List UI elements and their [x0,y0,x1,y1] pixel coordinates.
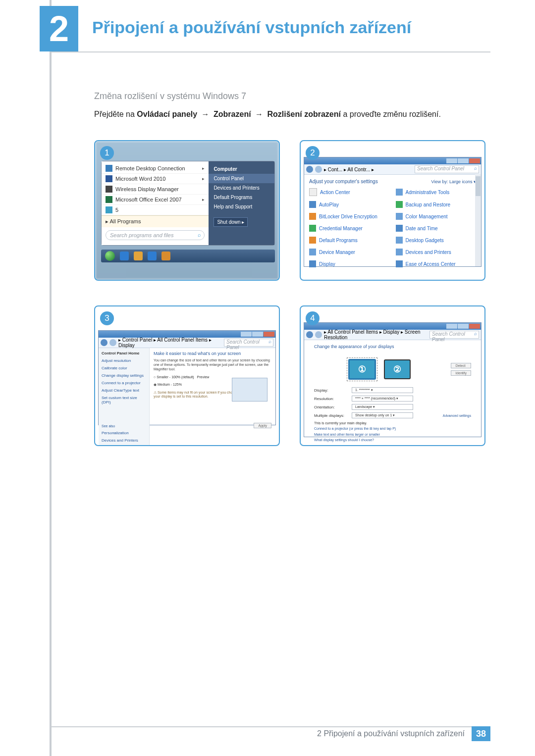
start-item-label: Microsoft Word 2010 [115,176,165,182]
close-button[interactable] [469,324,480,329]
taskbar-app-icon[interactable] [148,252,157,260]
apply-row: Apply [154,423,271,428]
breadcrumb[interactable]: ▸ Cont... ▸ All Contr... ▸ [324,167,413,172]
gadgets-icon [396,237,403,244]
address-bar: ▸ Control Panel ▸ All Control Panel Item… [99,338,275,348]
cp-item-label: Date and Time [406,226,438,231]
orientation-select[interactable]: Landscape ▾ [352,404,413,410]
start-item[interactable]: Wireless Display Manager [102,184,209,195]
start-orb-icon[interactable] [105,251,115,261]
screenshot-3: 3 ▸ Control Panel ▸ All Control Panel It… [94,305,280,446]
option-label: Smaller - 100% (default) [157,375,194,379]
cp-item-label: Default Programs [319,238,358,243]
backup-icon [396,201,403,208]
breadcrumb[interactable]: ▸ All Control Panel Items ▸ Display ▸ Sc… [324,329,428,340]
close-button[interactable] [469,158,480,163]
cp-item[interactable]: Credential Manager [309,225,390,232]
forward-arrow-icon[interactable] [315,166,322,173]
page-number: 38 [472,726,490,741]
minimize-button[interactable] [446,158,457,163]
chapter-title: Připojení a používání vstupních zařízení [78,6,411,37]
sr-heading: Change the appearance of your displays [314,344,471,349]
cp-item[interactable]: Backup and Restore [396,201,477,208]
sidebar-link[interactable]: Calibrate color [102,366,146,370]
close-button[interactable] [264,332,274,337]
taskbar-app-icon[interactable] [120,252,129,260]
start-right-item[interactable]: Default Programs [209,193,274,202]
projector-link[interactable]: Connect to a projector (or press the ⊞ k… [314,427,471,431]
forward-arrow-icon[interactable] [109,339,116,346]
cp-item[interactable]: BitLocker Drive Encryption [309,213,390,220]
monitor-2-icon[interactable]: ② [384,359,411,379]
help-link[interactable]: What display settings should I choose? [314,438,471,442]
sidebar-link[interactable]: Connect to a projector [102,381,146,385]
text-size-link[interactable]: Make text and other items larger or smal… [314,433,471,436]
search-input[interactable]: Search Control Panel [224,339,273,347]
tools-icon [396,189,403,196]
cp-item[interactable]: Administrative Tools [396,188,477,196]
minimize-button[interactable] [241,332,252,337]
display-select[interactable]: 1. ******** ▾ [352,387,413,393]
maximize-button[interactable] [252,332,263,337]
cp-item[interactable]: Desktop Gadgets [396,237,477,244]
cp-item[interactable]: AutoPlay [309,201,390,208]
chapter-header: 2 Připojení a používání vstupních zaříze… [0,0,535,51]
search-input[interactable]: Search Control Panel [415,165,479,173]
cp-item[interactable]: Device Manager [309,249,390,255]
start-right-head[interactable]: Computer [209,164,274,174]
sidebar-link[interactable]: Set custom text size (DPI) [102,396,146,404]
back-arrow-icon[interactable] [306,166,313,173]
search-input[interactable]: Search Control Panel [429,331,479,339]
forward-arrow-icon[interactable] [315,331,322,338]
back-arrow-icon[interactable] [101,339,107,346]
section-heading: Změna rozlišení v systému Windows 7 [94,91,485,101]
cp-item[interactable]: Color Management [396,213,477,220]
start-pinned[interactable]: 5 [102,205,209,215]
start-item[interactable]: Microsoft Office Excel 2007▸ [102,195,209,205]
maximize-button[interactable] [458,158,469,163]
display-main: Make it easier to read what's on your sc… [150,348,275,446]
start-item-label: Remote Desktop Connection [115,165,185,171]
cp-item[interactable]: Display [309,260,390,267]
advanced-settings-link[interactable]: Advanced settings [443,414,471,417]
detect-button[interactable]: Detect [451,363,471,368]
address-bar: ▸ All Control Panel Items ▸ Display ▸ Sc… [304,330,481,340]
cp-item[interactable]: Action Center [309,188,390,196]
start-right-item[interactable]: Control Panel [209,174,274,183]
sidebar-link[interactable]: Personalization [102,431,146,435]
sidebar-link[interactable]: Devices and Printers [102,438,146,443]
sidebar-link[interactable]: Adjust resolution [102,358,146,363]
identify-button[interactable]: Identify [451,370,471,376]
minimize-button[interactable] [446,324,457,329]
maximize-button[interactable] [458,324,469,329]
taskbar-app-icon[interactable] [134,252,143,260]
gutter-line [50,0,52,756]
breadcrumb[interactable]: ▸ Control Panel ▸ All Control Panel Item… [118,337,222,348]
taskbar-app-icon[interactable] [161,252,170,260]
start-right-item[interactable]: Help and Support [209,202,274,211]
monitor-1-icon[interactable]: ① [348,359,376,380]
title-underline [52,51,490,52]
sidebar-link[interactable]: Change display settings [102,373,146,378]
cp-item[interactable]: Date and Time [396,225,477,232]
resolution-select[interactable]: **** × **** (recommended) ▾ [352,396,413,402]
multiple-displays-select[interactable]: Show desktop only on 1 ▾ [352,412,413,418]
sidebar-link[interactable]: Adjust ClearType text [102,388,146,393]
cp-item-label: BitLocker Drive Encryption [319,214,377,219]
start-item[interactable]: Microsoft Word 2010▸ [102,174,209,184]
shutdown-button[interactable]: Shut down ▸ [214,217,248,227]
start-search-input[interactable]: Search programs and files [106,230,205,240]
start-item[interactable]: Remote Desktop Connection▸ [102,163,209,174]
start-right-item[interactable]: Devices and Printers [209,183,274,193]
apply-button[interactable]: Apply [254,423,271,428]
back-arrow-icon[interactable] [306,331,313,338]
cp-item[interactable]: Ease of Access Center [396,260,477,267]
arrow-icon: → [200,110,212,118]
app-icon [106,165,112,172]
all-programs[interactable]: ▸ All Programs [102,215,209,227]
scrollbar-thumb[interactable] [476,176,481,196]
view-by-dropdown[interactable]: View by: Large icons ▾ [431,179,476,184]
cp-item[interactable]: Devices and Printers [396,249,477,255]
cp-item[interactable]: Default Programs [309,237,390,244]
screenshot-2: 2 ▸ Cont... ▸ All Contr... ▸ Search Cont… [300,140,485,281]
